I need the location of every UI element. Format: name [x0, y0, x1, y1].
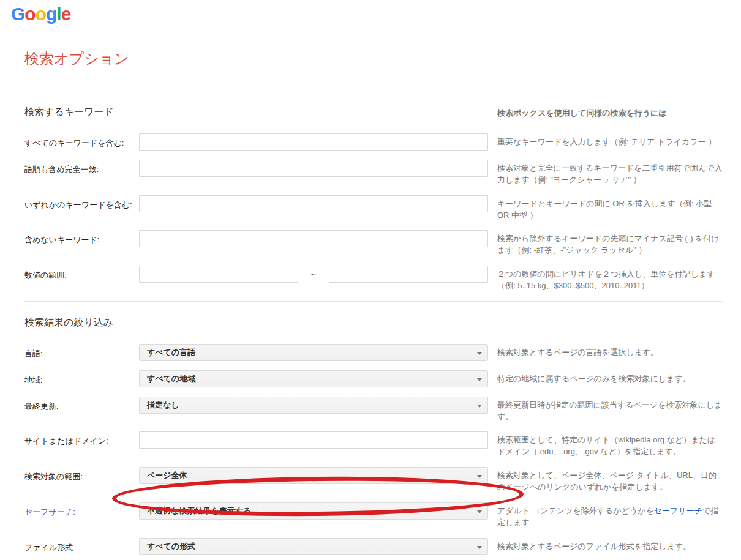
- logo-letter: o: [36, 4, 46, 24]
- site-domain-help: 検索範囲として、特定のサイト（wikipedia.org など）またはドメイン（…: [497, 431, 723, 458]
- region-select-value: すべての地域: [147, 373, 195, 384]
- chevron-down-icon: [477, 546, 482, 549]
- last-update-select-value: 指定なし: [147, 400, 179, 411]
- language-label: 言語:: [24, 344, 139, 359]
- search-scope-select[interactable]: ページ全体: [139, 467, 488, 484]
- region-label: 地域:: [24, 370, 139, 386]
- refine-section: 検索結果の絞り込み 言語: すべての言語 検索対象とするページの言語を選択します…: [24, 301, 723, 560]
- file-type-help: 検索対象とするページのファイル形式を指定します。: [497, 538, 723, 553]
- chevron-down-icon: [477, 405, 482, 408]
- row-safesearch: セーフサーチ: 不適切な検索結果を表示する アダルト コンテンツを除外するかどう…: [24, 502, 723, 529]
- region-help: 特定の地域に属するページのみを検索対象にします。: [497, 370, 723, 385]
- row-last-update: 最終更新: 指定なし 最終更新日時が指定の範囲に該当するページを検索対象にします…: [24, 397, 723, 423]
- file-type-select-value: すべての形式: [147, 541, 195, 552]
- google-logo: Google: [11, 4, 70, 24]
- last-update-label: 最終更新:: [24, 397, 139, 412]
- page-header: Google 検索オプション: [0, 0, 741, 81]
- chevron-down-icon: [477, 352, 482, 355]
- all-keywords-help: 重要なキーワードを入力します（例: テリア トライカラー ）: [497, 133, 723, 148]
- row-exact-phrase: 語順も含め完全一致: 検索対象と完全に一致するキーワードを二重引用符で囲んで入力…: [24, 160, 723, 186]
- site-domain-label: サイトまたはドメイン:: [24, 431, 139, 447]
- safesearch-help-pre: アダルト コンテンツを除外するかどうかを: [497, 506, 654, 515]
- row-language: 言語: すべての言語 検索対象とするページの言語を選択します。: [24, 344, 723, 361]
- range-separator: ~: [298, 269, 329, 280]
- row-file-type: ファイル形式 すべての形式 検索対象とするページのファイル形式を指定します。: [24, 538, 723, 555]
- refine-section-title: 検索結果の絞り込み: [24, 316, 488, 329]
- row-exclude-keywords: 含めないキーワード: 検索から除外するキーワードの先頭にマイナス記号 (-) を…: [24, 230, 723, 256]
- page-title: 検索オプション: [24, 49, 129, 69]
- exclude-keywords-input[interactable]: [139, 230, 488, 247]
- help-column-header: 検索ボックスを使用して同様の検索を行うには: [497, 108, 723, 119]
- any-keywords-help: キーワードとキーワードの間に OR を挿入します（例: 小型 OR 中型 ）: [497, 195, 723, 222]
- language-help: 検索対象とするページの言語を選択します。: [497, 344, 723, 359]
- any-keywords-label: いずれかのキーワードを含む:: [24, 195, 139, 211]
- last-update-help: 最終更新日時が指定の範囲に該当するページを検索対象にします。: [497, 397, 723, 423]
- safesearch-select[interactable]: 不適切な検索結果を表示する: [139, 502, 488, 520]
- file-type-label: ファイル形式: [24, 538, 139, 553]
- exact-phrase-input[interactable]: [139, 160, 488, 177]
- safesearch-select-value: 不適切な検索結果を表示する: [147, 506, 251, 517]
- safesearch-help: アダルト コンテンツを除外するかどうかをセーフサーチで指定します: [497, 502, 723, 529]
- number-range-label: 数値の範囲:: [24, 266, 139, 281]
- logo-letter: G: [11, 4, 24, 24]
- chevron-down-icon: [477, 510, 482, 513]
- row-region: 地域: すべての地域 特定の地域に属するページのみを検索対象にします。: [24, 370, 723, 387]
- number-range-help: ２つの数値の間にピリオドを２つ挿入し、単位を付記します（例: 5..15 kg、…: [497, 266, 723, 292]
- file-type-select[interactable]: すべての形式: [139, 538, 488, 555]
- exclude-keywords-label: 含めないキーワード:: [24, 230, 139, 245]
- safesearch-help-link[interactable]: セーフサーチ: [654, 506, 702, 515]
- number-range-to-input[interactable]: [329, 266, 488, 283]
- logo-letter: e: [61, 4, 71, 24]
- chevron-down-icon: [477, 475, 482, 478]
- row-all-keywords: すべてのキーワードを含む: 重要なキーワードを入力します（例: テリア トライカ…: [24, 133, 723, 151]
- row-search-scope: 検索対象の範囲: ページ全体 検索対象として、ページ全体、ページ タイトル、UR…: [24, 467, 723, 493]
- language-select-value: すべての言語: [147, 347, 195, 358]
- chevron-down-icon: [477, 378, 482, 381]
- last-update-select[interactable]: 指定なし: [139, 397, 488, 414]
- all-keywords-label: すべてのキーワードを含む:: [24, 133, 139, 149]
- search-scope-help: 検索対象として、ページ全体、ページ タイトル、URL、目的のページへのリンクのい…: [497, 467, 723, 493]
- keywords-section-title: 検索するキーワード: [24, 106, 488, 119]
- logo-letter: l: [56, 4, 61, 24]
- keywords-section: 検索するキーワード 検索ボックスを使用して同様の検索を行うには すべてのキーワー…: [24, 81, 723, 292]
- row-any-keywords: いずれかのキーワードを含む: キーワードとキーワードの間に OR を挿入します（…: [24, 195, 723, 222]
- exclude-keywords-help: 検索から除外するキーワードの先頭にマイナス記号 (-) を付けます（例: -紅茶…: [497, 230, 723, 256]
- search-scope-select-value: ページ全体: [147, 470, 187, 481]
- row-site-domain: サイトまたはドメイン: 検索範囲として、特定のサイト（wikipedia.org…: [24, 431, 723, 458]
- safesearch-label[interactable]: セーフサーチ:: [24, 502, 139, 518]
- logo-letter: g: [46, 4, 56, 24]
- all-keywords-input[interactable]: [139, 133, 488, 151]
- language-select[interactable]: すべての言語: [139, 344, 488, 361]
- exact-phrase-label: 語順も含め完全一致:: [24, 160, 139, 175]
- exact-phrase-help: 検索対象と完全に一致するキーワードを二重引用符で囲んで入力します（例: "ヨーク…: [497, 160, 723, 186]
- region-select[interactable]: すべての地域: [139, 370, 488, 387]
- any-keywords-input[interactable]: [139, 195, 488, 212]
- row-number-range: 数値の範囲: ~ ２つの数値の間にピリオドを２つ挿入し、単位を付記します（例: …: [24, 266, 723, 292]
- number-range-from-input[interactable]: [139, 266, 298, 283]
- site-domain-input[interactable]: [139, 431, 488, 449]
- search-scope-label: 検索対象の範囲:: [24, 467, 139, 482]
- logo-letter: o: [24, 4, 35, 24]
